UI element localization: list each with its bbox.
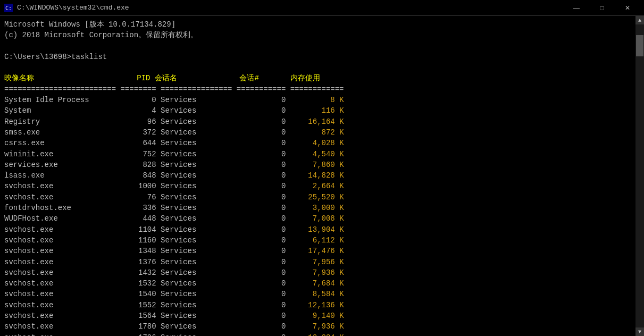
process-name: svchost.exe [4, 321, 116, 332]
console-area: Microsoft Windows [版本 10.0.17134.829](c)… [0, 16, 644, 336]
process-session-num: 0 [232, 235, 286, 246]
process-session-num: 0 [232, 278, 286, 289]
process-memory: 16,164 K [286, 116, 344, 127]
scroll-down-arrow[interactable]: ▼ [635, 327, 644, 336]
process-pid: 1432 [116, 267, 156, 278]
process-name: smss.exe [4, 127, 116, 138]
table-row: System 4 Services 0 116 K [4, 105, 630, 116]
process-session: Services [156, 159, 232, 170]
process-memory: 25,520 K [286, 192, 344, 203]
table-header-line: 映像名称 PID 会话名 会话# 内存使用 [4, 73, 630, 83]
system-info-line: (c) 2018 Microsoft Corporation。保留所有权利。 [4, 30, 630, 40]
table-row: svchost.exe 1348 Services 0 17,476 K [4, 246, 630, 256]
process-pid: 1376 [116, 257, 156, 267]
process-name: svchost.exe [4, 300, 116, 310]
process-session-num: 0 [232, 300, 286, 310]
process-session-num: 0 [232, 149, 286, 159]
process-pid: 0 [116, 95, 156, 105]
titlebar: C: C:\WINDOWS\system32\cmd.exe — □ ✕ [0, 0, 644, 16]
process-name: svchost.exe [4, 278, 116, 289]
process-session: Services [156, 332, 232, 336]
minimize-button[interactable]: — [564, 0, 589, 16]
table-row: wininit.exe 752 Services 0 4,540 K [4, 149, 630, 159]
process-name: svchost.exe [4, 192, 116, 203]
process-session: Services [156, 246, 232, 256]
process-session-num: 0 [232, 203, 286, 213]
process-memory: 17,476 K [286, 246, 344, 256]
process-session: Services [156, 213, 232, 224]
console-content: Microsoft Windows [版本 10.0.17134.829](c)… [4, 19, 640, 336]
table-row: csrss.exe 644 Services 0 4,028 K [4, 138, 630, 148]
process-session-num: 0 [232, 289, 286, 299]
table-row: svchost.exe 1564 Services 0 9,140 K [4, 310, 630, 321]
table-row: svchost.exe 76 Services 0 25,520 K [4, 192, 630, 203]
process-memory: 7,956 K [286, 257, 344, 267]
table-row: svchost.exe 1532 Services 0 7,684 K [4, 278, 630, 289]
process-memory: 14,828 K [286, 170, 344, 181]
process-pid: 1000 [116, 181, 156, 191]
process-pid: 848 [116, 170, 156, 181]
process-name: lsass.exe [4, 170, 116, 181]
process-session-num: 0 [232, 213, 286, 224]
cmd-icon: C: [4, 4, 13, 12]
process-pid: 4 [116, 105, 156, 116]
process-session: Services [156, 95, 232, 105]
process-session: Services [156, 224, 232, 235]
process-pid: 1552 [116, 300, 156, 310]
process-session-num: 0 [232, 224, 286, 235]
process-session-num: 0 [232, 138, 286, 148]
process-session-num: 0 [232, 246, 286, 256]
process-pid: 752 [116, 149, 156, 159]
table-row: fontdrvhost.exe 336 Services 0 3,000 K [4, 203, 630, 213]
blank-line [4, 41, 630, 52]
process-session-num: 0 [232, 332, 286, 336]
scroll-thumb[interactable] [636, 35, 643, 56]
scroll-up-arrow[interactable]: ▲ [635, 16, 644, 24]
process-session: Services [156, 300, 232, 310]
window-title: C:\WINDOWS\system32\cmd.exe [17, 4, 129, 12]
process-memory: 7,684 K [286, 278, 344, 289]
process-pid: 1104 [116, 224, 156, 235]
table-row: services.exe 828 Services 0 7,860 K [4, 159, 630, 170]
process-session: Services [156, 289, 232, 299]
table-row: svchost.exe 1780 Services 0 7,936 K [4, 321, 630, 332]
separator-line: ========================= ======== =====… [4, 84, 630, 95]
process-session: Services [156, 235, 232, 246]
blank-line [4, 62, 630, 73]
table-row: svchost.exe 1540 Services 0 8,584 K [4, 289, 630, 299]
process-memory: 3,000 K [286, 203, 344, 213]
process-pid: 1780 [116, 321, 156, 332]
process-name: svchost.exe [4, 289, 116, 299]
close-button[interactable]: ✕ [615, 0, 640, 16]
process-name: svchost.exe [4, 332, 116, 336]
process-pid: 1540 [116, 289, 156, 299]
process-memory: 2,664 K [286, 181, 344, 191]
process-name: svchost.exe [4, 257, 116, 267]
table-row: svchost.exe 1376 Services 0 7,956 K [4, 257, 630, 267]
process-pid: 1564 [116, 310, 156, 321]
table-row: lsass.exe 848 Services 0 14,828 K [4, 170, 630, 181]
process-memory: 8 K [286, 95, 344, 105]
process-session: Services [156, 203, 232, 213]
process-name: svchost.exe [4, 267, 116, 278]
process-name: svchost.exe [4, 181, 116, 191]
process-memory: 13,284 K [286, 332, 344, 336]
process-session: Services [156, 257, 232, 267]
process-session: Services [156, 138, 232, 148]
process-session: Services [156, 310, 232, 321]
process-memory: 7,860 K [286, 159, 344, 170]
process-session-num: 0 [232, 181, 286, 191]
process-memory: 7,936 K [286, 321, 344, 332]
process-name: svchost.exe [4, 310, 116, 321]
process-memory: 7,008 K [286, 213, 344, 224]
process-name: services.exe [4, 159, 116, 170]
maximize-button[interactable]: □ [590, 0, 614, 16]
process-session: Services [156, 149, 232, 159]
process-name: Registry [4, 116, 116, 127]
table-row: svchost.exe 1432 Services 0 7,936 K [4, 267, 630, 278]
process-name: svchost.exe [4, 235, 116, 246]
process-pid: 1160 [116, 235, 156, 246]
process-session-num: 0 [232, 116, 286, 127]
scrollbar[interactable]: ▲ ▼ [635, 16, 644, 336]
process-pid: 1532 [116, 278, 156, 289]
